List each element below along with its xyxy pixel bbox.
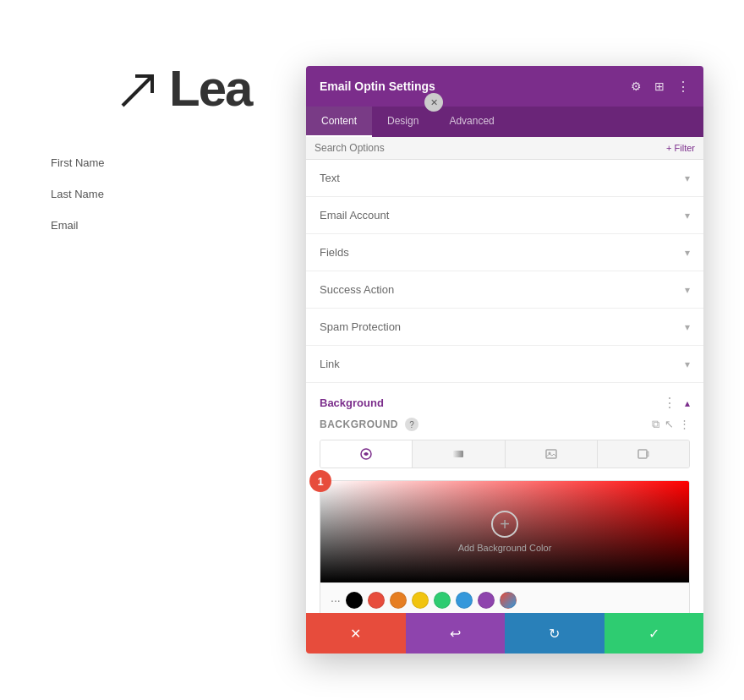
field-last-name: Last Name xyxy=(51,188,105,200)
search-bar: + Filter xyxy=(306,137,703,160)
bg-type-tabs xyxy=(320,440,690,468)
bg-type-gradient[interactable] xyxy=(413,440,505,468)
cancel-button[interactable]: ✕ xyxy=(306,613,406,654)
background-actions: ⧉ ↖ ⋮ xyxy=(652,418,690,431)
accordion-success-action-label: Success Action xyxy=(320,283,394,296)
background-section-content: Background ? ⧉ ↖ ⋮ xyxy=(306,418,703,613)
redo-button[interactable]: ↻ xyxy=(505,613,604,654)
accordion-fields[interactable]: Fields ▾ xyxy=(306,234,703,271)
panel-title: Email Optin Settings xyxy=(320,79,435,93)
swatch-green[interactable] xyxy=(434,592,451,609)
accordion-success-action[interactable]: Success Action ▾ xyxy=(306,271,703,309)
settings-panel: Email Optin Settings ⚙ ⊞ ⋮ Content Desig… xyxy=(306,66,703,654)
background-help-icon[interactable]: ? xyxy=(405,418,418,431)
chevron-success-icon: ▾ xyxy=(685,284,690,296)
accordion-email-account[interactable]: Email Account ▾ xyxy=(306,197,703,234)
swatch-blue[interactable] xyxy=(456,592,473,609)
panel-content: Text ▾ Email Account ▾ Fields ▾ Success … xyxy=(306,160,703,613)
bg-type-video[interactable] xyxy=(598,440,689,468)
svg-line-0 xyxy=(123,76,152,106)
tab-content[interactable]: Content xyxy=(306,107,372,137)
add-bg-color-button[interactable]: + Add Background Color xyxy=(458,511,552,553)
form-fields: First Name Last Name Email xyxy=(51,156,105,250)
background-sub-header: Background ? ⧉ ↖ ⋮ xyxy=(320,418,690,431)
filter-button[interactable]: + Filter xyxy=(666,143,695,153)
swatch-yellow[interactable] xyxy=(412,592,429,609)
color-picker-wrapper: 1 + Add Background Color ··· xyxy=(320,480,690,613)
background-copy-icon[interactable]: ⧉ xyxy=(652,418,659,431)
swatch-orange[interactable] xyxy=(390,592,407,609)
accordion-email-account-label: Email Account xyxy=(320,209,389,221)
accordion-spam-label: Spam Protection xyxy=(320,320,401,333)
accordion-text[interactable]: Text ▾ xyxy=(306,160,703,197)
accordion-link-label: Link xyxy=(320,358,340,370)
tab-advanced[interactable]: Advanced xyxy=(434,107,509,137)
chevron-spam-icon: ▾ xyxy=(685,321,690,333)
svg-rect-3 xyxy=(546,450,556,458)
accordion-text-label: Text xyxy=(320,172,340,184)
background-cursor-icon[interactable]: ↖ xyxy=(665,418,674,431)
chevron-background-icon: ▴ xyxy=(685,397,690,409)
swatch-purple[interactable] xyxy=(478,592,495,609)
panel-tabs: Content Design Advanced xyxy=(306,107,703,137)
header-icons: ⚙ ⊞ ⋮ xyxy=(629,79,690,93)
background-sub-label: Background xyxy=(320,418,398,430)
background-more-icon[interactable]: ⋮ xyxy=(663,395,676,411)
swatch-red[interactable] xyxy=(368,592,385,609)
saved-colors-row: ··· Saved Recent xyxy=(320,582,689,613)
field-email: Email xyxy=(51,219,105,232)
panel-header: Email Optin Settings ⚙ ⊞ ⋮ xyxy=(306,66,703,107)
page-logo: Lea xyxy=(118,59,251,118)
chevron-link-icon: ▾ xyxy=(685,358,690,370)
add-color-plus-icon: + xyxy=(491,511,518,538)
logo-text: Lea xyxy=(169,59,251,118)
panel-footer: ✕ ↩ ↻ ✓ xyxy=(306,613,703,654)
save-button[interactable]: ✓ xyxy=(604,613,704,654)
background-dots-icon[interactable]: ⋮ xyxy=(679,418,690,431)
swatch-more-icon[interactable]: ··· xyxy=(331,593,341,607)
accordion-spam-protection[interactable]: Spam Protection ▾ xyxy=(306,309,703,346)
svg-rect-2 xyxy=(453,451,463,457)
color-swatches: ··· xyxy=(331,592,679,609)
swatch-gradient[interactable] xyxy=(500,592,517,609)
arrow-icon xyxy=(118,68,161,110)
grid-icon[interactable]: ⊞ xyxy=(653,79,666,93)
color-canvas[interactable]: + Add Background Color xyxy=(320,481,689,582)
accordion-background[interactable]: Background ⋮ ▴ xyxy=(306,383,703,418)
bg-type-image[interactable] xyxy=(506,440,598,468)
color-picker-area[interactable]: + Add Background Color ··· xyxy=(320,480,690,613)
chevron-text-icon: ▾ xyxy=(685,172,690,184)
svg-rect-5 xyxy=(638,450,647,458)
accordion-fields-label: Fields xyxy=(320,246,349,259)
accordion-link[interactable]: Link ▾ xyxy=(306,346,703,383)
panel-close-button[interactable]: ✕ xyxy=(424,93,443,112)
add-color-label: Add Background Color xyxy=(458,543,552,553)
reset-button[interactable]: ↩ xyxy=(406,613,506,654)
more-icon[interactable]: ⋮ xyxy=(676,79,690,93)
settings-icon[interactable]: ⚙ xyxy=(629,79,643,93)
bg-type-color[interactable] xyxy=(320,440,413,468)
accordion-background-label: Background xyxy=(320,396,384,409)
field-first-name: First Name xyxy=(51,156,105,169)
tab-design[interactable]: Design xyxy=(372,107,434,137)
chevron-email-icon: ▾ xyxy=(685,210,690,221)
search-input[interactable] xyxy=(315,142,484,154)
swatch-black[interactable] xyxy=(346,592,363,609)
step-badge: 1 xyxy=(309,470,331,492)
chevron-fields-icon: ▾ xyxy=(685,247,690,259)
